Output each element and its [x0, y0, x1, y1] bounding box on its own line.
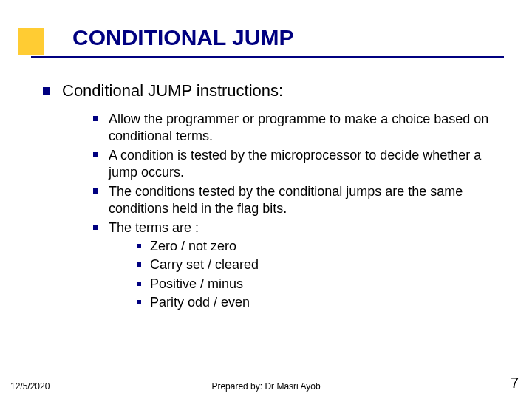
term-text: Positive / minus [150, 276, 243, 293]
list-item: Carry set / cleared [137, 256, 259, 273]
list-item: Positive / minus [137, 276, 259, 293]
bullet-icon [93, 225, 98, 230]
title-underline [31, 56, 504, 58]
page-number: 7 [511, 375, 519, 392]
bullet-icon [137, 300, 141, 304]
sub-sub-list: Zero / not zero Carry set / cleared Posi… [137, 238, 259, 311]
bullet-icon [43, 87, 50, 95]
bullet-icon [93, 152, 98, 157]
item-label: The terms are : [109, 220, 199, 235]
item-text: The terms are : Zero / not zero Carry se… [109, 219, 259, 313]
content-area: Conditional JUMP instructions: Allow the… [43, 81, 502, 316]
bullet-icon [93, 116, 98, 121]
term-text: Parity odd / even [150, 294, 250, 311]
term-text: Carry set / cleared [150, 256, 259, 273]
item-text: A condition is tested by the microproces… [109, 147, 502, 180]
heading-text: Conditional JUMP instructions: [62, 81, 283, 100]
bullet-icon [137, 244, 141, 248]
bullet-icon [137, 262, 141, 267]
term-text: Zero / not zero [150, 238, 236, 255]
item-text: The conditions tested by the conditional… [109, 183, 502, 216]
sub-list: Allow the programmer or programme to mak… [93, 111, 502, 313]
list-item: Conditional JUMP instructions: [43, 81, 502, 100]
bullet-icon [93, 188, 98, 194]
slide-title: CONDITIONAL JUMP [72, 25, 293, 50]
list-item: The terms are : Zero / not zero Carry se… [93, 219, 502, 313]
bullet-icon [137, 282, 141, 286]
footer-author: Prepared by: Dr Masri Ayob [0, 381, 532, 392]
list-item: The conditions tested by the conditional… [93, 183, 502, 216]
accent-square [18, 28, 44, 55]
list-item: A condition is tested by the microproces… [93, 147, 502, 180]
slide: CONDITIONAL JUMP Conditional JUMP instru… [0, 0, 532, 399]
list-item: Allow the programmer or programme to mak… [93, 111, 502, 144]
list-item: Parity odd / even [137, 294, 259, 311]
item-text: Allow the programmer or programme to mak… [109, 111, 502, 144]
list-item: Zero / not zero [137, 238, 259, 255]
